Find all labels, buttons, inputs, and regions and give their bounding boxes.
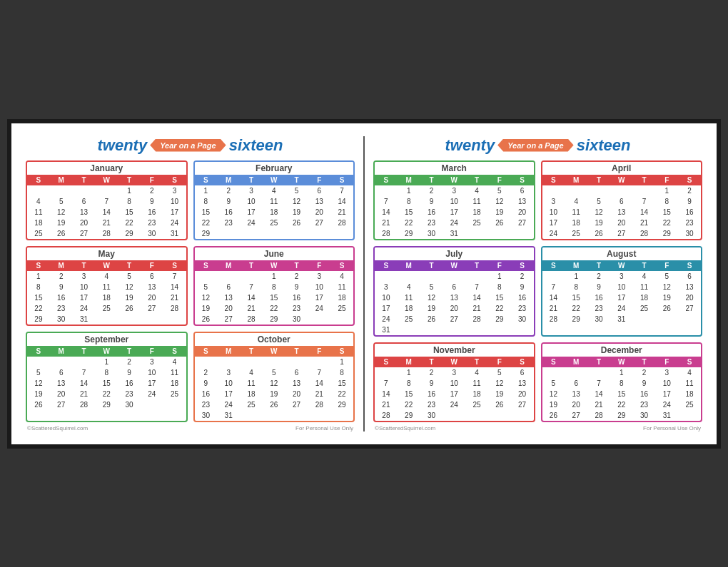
calendar-day: 20: [217, 303, 240, 314]
calendar-day: 15: [488, 292, 511, 303]
page-divider: [363, 136, 365, 431]
calendar-day: 17: [655, 389, 678, 399]
month-title-jan: January: [27, 162, 186, 175]
day-header: F: [141, 175, 163, 185]
calendar-day: 7: [163, 271, 186, 282]
calendar-day: 21: [330, 207, 353, 218]
day-header: T: [633, 260, 656, 271]
day-header: T: [73, 260, 96, 271]
calendar-day: [587, 185, 610, 196]
calendar-day: 3: [163, 185, 186, 196]
calendar-day: 26: [50, 228, 73, 239]
day-header: W: [95, 260, 118, 271]
calendar-day: 29: [488, 314, 511, 325]
calendar-day: 3: [542, 196, 565, 207]
calendar-day: [565, 185, 587, 196]
calendar-day: 6: [443, 282, 465, 292]
calendar-day: 10: [443, 196, 465, 207]
calendar-day: [420, 271, 443, 282]
calendar-day: 1: [655, 185, 678, 196]
day-header: S: [511, 357, 534, 367]
left-footer-usage: For Personal Use Only: [295, 425, 353, 431]
calendar-day: 22: [398, 399, 420, 410]
calendar-day: [263, 228, 285, 239]
calendar-day: 17: [610, 292, 633, 303]
calendar-day: 1: [398, 185, 420, 196]
day-header: T: [420, 357, 443, 367]
day-header: T: [465, 260, 488, 271]
calendar-day: 1: [195, 185, 218, 196]
calendar-day: 27: [511, 399, 534, 410]
day-header: W: [610, 357, 633, 367]
calendar-day: 19: [488, 389, 511, 399]
day-header: S: [330, 175, 353, 185]
calendar-day: 26: [655, 303, 678, 314]
calendar-day: 14: [375, 389, 398, 399]
calendar-day: 2: [678, 185, 701, 196]
right-footer-credit: ©ScatteredSquirrel.com: [375, 425, 435, 431]
calendar-day: 15: [565, 292, 587, 303]
day-header: W: [263, 346, 285, 357]
calendar-day: 9: [420, 196, 443, 207]
calendar-day: 1: [330, 357, 353, 367]
calendar-day: [420, 325, 443, 335]
calendar-day: 9: [50, 282, 73, 292]
calendar-day: 27: [73, 228, 96, 239]
calendar-day: [195, 357, 218, 367]
calendar-day: 25: [633, 303, 656, 314]
day-header: W: [95, 346, 118, 357]
calendar-day: [542, 185, 565, 196]
day-header: M: [398, 175, 420, 185]
day-header: S: [678, 357, 701, 367]
right-footer: ©ScatteredSquirrel.com For Personal Use …: [373, 425, 702, 431]
calendar-day: 13: [285, 378, 308, 389]
day-header: F: [308, 175, 330, 185]
calendar-day: [398, 325, 420, 335]
day-header: F: [141, 346, 163, 357]
month-title-dec: December: [542, 344, 702, 357]
calendar-day: 23: [195, 399, 218, 410]
calendar-day: 26: [488, 399, 511, 410]
calendar-day: 4: [678, 367, 701, 378]
day-header: W: [263, 175, 285, 185]
calendar-day: 30: [285, 314, 308, 325]
calendar-day: 10: [240, 196, 263, 207]
month-title-jun: June: [195, 247, 354, 260]
calendar-day: 2: [217, 185, 240, 196]
calendar-day: 31: [443, 228, 465, 239]
calendar-day: 26: [118, 303, 141, 314]
calendar-day: 22: [263, 303, 285, 314]
calendar-day: [308, 228, 330, 239]
calendar-day: 12: [118, 282, 141, 292]
calendar-day: 18: [465, 389, 488, 399]
calendar-day: 18: [565, 218, 587, 228]
calendar-day: 14: [240, 292, 263, 303]
calendar-day: 15: [118, 207, 141, 218]
month-title-apr: April: [542, 162, 702, 175]
calendar-day: 15: [263, 292, 285, 303]
day-header: S: [163, 175, 186, 185]
right-year-word1: twenty: [445, 136, 495, 155]
day-header: W: [610, 175, 633, 185]
calendar-day: 16: [217, 207, 240, 218]
day-header: W: [263, 260, 285, 271]
calendar-day: 4: [95, 271, 118, 282]
calendar-day: 14: [308, 378, 330, 389]
day-header: S: [27, 260, 50, 271]
calendar-day: 19: [488, 207, 511, 218]
calendar-day: 14: [465, 292, 488, 303]
calendar-day: [240, 271, 263, 282]
calendar-day: 4: [565, 196, 587, 207]
calendar-day: 24: [375, 314, 398, 325]
calendar-day: 23: [420, 399, 443, 410]
calendar-day: 23: [285, 303, 308, 314]
day-header: S: [542, 260, 565, 271]
calendar-day: [195, 271, 218, 282]
calendar-day: 23: [118, 389, 141, 399]
calendar-day: 9: [285, 282, 308, 292]
day-header: T: [73, 346, 96, 357]
calendar-day: 3: [73, 271, 96, 282]
calendar-day: 27: [141, 303, 163, 314]
calendar-day: 22: [655, 218, 678, 228]
day-header: T: [420, 260, 443, 271]
